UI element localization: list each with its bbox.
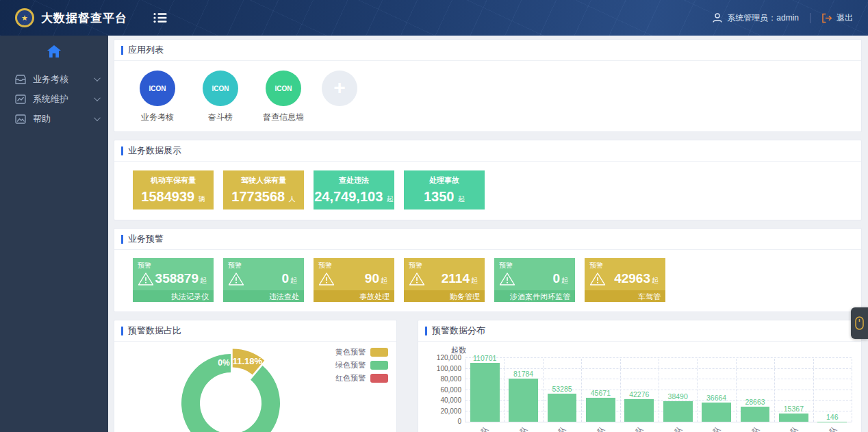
warning-unit: 起 (290, 277, 297, 284)
legend-item[interactable]: 黄色预警 (335, 347, 388, 357)
sidebar-item-business-assessment[interactable]: 业务考核 (0, 69, 108, 89)
pie-label-yellow: 11.18% (233, 356, 263, 366)
legend-swatch (370, 361, 388, 370)
stat-card-title: 驾驶人保有量 (223, 175, 304, 186)
bar-value-label: 42276 (620, 390, 659, 398)
bar[interactable] (779, 414, 808, 422)
section-header: 预警数据占比 (114, 320, 396, 342)
stat-card-value: 1350 起 (404, 189, 485, 205)
line-chart-icon (15, 94, 26, 104)
bar-chart-body: 起数 020,00040,00060,00080,000100,000120,0… (418, 342, 861, 432)
y-tick-label: 20,000 (429, 407, 461, 415)
home-button[interactable] (0, 36, 108, 69)
app-struggle-ranking[interactable]: ICON 奋斗榜 (196, 71, 245, 123)
floating-mouse-widget[interactable] (851, 307, 868, 339)
stat-card-title: 机动车保有量 (133, 175, 214, 186)
stat-card: 查处违法24,749,103 起 (314, 170, 394, 209)
bar[interactable] (509, 379, 538, 422)
sidebar-item-system-maintenance[interactable]: 系统维护 (0, 89, 108, 109)
y-tick-label: 60,000 (429, 386, 461, 394)
legend-item[interactable]: 绿色预警 (335, 360, 388, 370)
warning-card: 预警90起事故处理 (314, 258, 394, 302)
header-accent-bar (121, 235, 123, 244)
app-icon[interactable]: ICON (140, 71, 175, 106)
section-header: 应用列表 (114, 40, 861, 61)
section-title: 业务预警 (128, 233, 164, 245)
pie-slice-green[interactable] (181, 354, 280, 432)
bar-value-label: 36664 (697, 394, 735, 402)
warning-cards-row: 预警358879起执法记录仪预警0起违法查处预警90起事故处理预警2114起勤务… (114, 250, 861, 312)
user-menu[interactable]: 系统管理员：admin (712, 12, 799, 24)
app-add[interactable]: + (322, 71, 371, 123)
warning-card: 预警358879起执法记录仪 (133, 258, 214, 302)
bar[interactable] (586, 398, 615, 422)
police-badge-logo: ★ (15, 8, 34, 27)
legend-label: 绿色预警 (335, 360, 366, 370)
section-title: 预警数据分布 (432, 325, 485, 337)
app-icon[interactable]: ICON (266, 71, 301, 106)
bar[interactable] (548, 394, 577, 422)
stat-cards-row: 机动车保有量1584939 辆驾驶人保有量1773568 人查处违法24,749… (114, 162, 861, 220)
bar-value-label: 146 (813, 413, 852, 421)
warning-unit: 起 (471, 277, 478, 284)
donut-chart: 11.18%0%88.82% (170, 342, 291, 432)
stat-card: 驾驶人保有量1773568 人 (223, 170, 304, 209)
list-menu-icon[interactable] (153, 12, 167, 23)
warning-value: 90起 (365, 271, 387, 286)
warning-card: 预警2114起勤务管理 (404, 258, 485, 302)
legend-item[interactable]: 红色预警 (335, 373, 388, 383)
app-business-assessment[interactable]: ICON 业务考核 (133, 71, 182, 123)
pie-chart-panel: 预警数据占比 11.18%0%88.82% 黄色预警绿色预警红色预警 (114, 320, 397, 432)
stat-card-unit: 辆 (199, 195, 205, 203)
stat-card-unit: 起 (458, 195, 465, 203)
bar[interactable] (624, 399, 654, 422)
top-navbar: ★ 大数据督查平台 系统管理员：admin 退出 (0, 0, 868, 36)
stat-card-value: 1773568 人 (223, 189, 304, 205)
warning-value: 42963起 (614, 271, 659, 286)
app-label: 督查信息墙 (259, 112, 308, 123)
sidebar-item-label: 系统维护 (33, 93, 68, 105)
sidebar-item-help[interactable]: 帮助 (0, 109, 108, 129)
legend-swatch (370, 374, 388, 383)
bar[interactable] (663, 401, 693, 422)
warning-triangle-icon (138, 272, 154, 286)
warning-triangle-icon (499, 272, 515, 286)
logout-button[interactable]: 退出 (821, 12, 853, 24)
y-tick-label: 120,000 (429, 354, 461, 361)
bar[interactable] (470, 363, 500, 422)
y-tick-label: 80,000 (429, 375, 461, 383)
legend-swatch (370, 348, 388, 357)
bar-value-label: 53285 (543, 385, 581, 393)
business-data-panel: 业务数据展示 机动车保有量1584939 辆驾驶人保有量1773568 人查处违… (114, 140, 862, 220)
x-tick-label: 迎泽二大队 (615, 424, 646, 432)
x-tick-label: 小店二大队 (460, 424, 491, 432)
stat-card-value: 1584939 辆 (133, 189, 214, 205)
chevron-down-icon (94, 94, 101, 101)
warning-unit: 起 (200, 277, 207, 284)
add-app-button[interactable]: + (322, 71, 357, 106)
gridline (697, 359, 698, 422)
legend-label: 黄色预警 (335, 347, 366, 357)
app-icon[interactable]: ICON (203, 71, 238, 106)
bar[interactable] (702, 403, 731, 422)
chevron-down-icon (94, 75, 101, 81)
pie-label-red: 0% (218, 358, 230, 368)
warning-triangle-icon (228, 272, 244, 286)
app-inspection-wall[interactable]: ICON 督查信息墙 (259, 71, 308, 123)
gridline (736, 359, 737, 422)
warning-category-label: 事故处理 (314, 290, 394, 302)
warning-category-label: 违法查处 (223, 290, 304, 302)
stat-card-value: 24,749,103 起 (314, 189, 394, 205)
warning-unit: 起 (561, 277, 568, 284)
warning-category-label: 执法记录仪 (133, 290, 214, 302)
warning-value: 2114起 (442, 271, 478, 286)
sidebar: 业务考核 系统维护 帮助 (0, 36, 108, 432)
bar-value-label: 38490 (659, 392, 697, 401)
user-icon (712, 12, 723, 23)
pie-chart-body: 11.18%0%88.82% 黄色预警绿色预警红色预警 (114, 342, 396, 432)
warning-value: 0起 (281, 271, 297, 286)
bar[interactable] (741, 407, 770, 422)
warning-card: 预警0起涉酒案件闭环监管 (494, 258, 575, 302)
apps-row: ICON 业务考核 ICON 奋斗榜 ICON 督查信息墙 + (114, 61, 861, 131)
warning-badge: 预警 (223, 258, 304, 270)
